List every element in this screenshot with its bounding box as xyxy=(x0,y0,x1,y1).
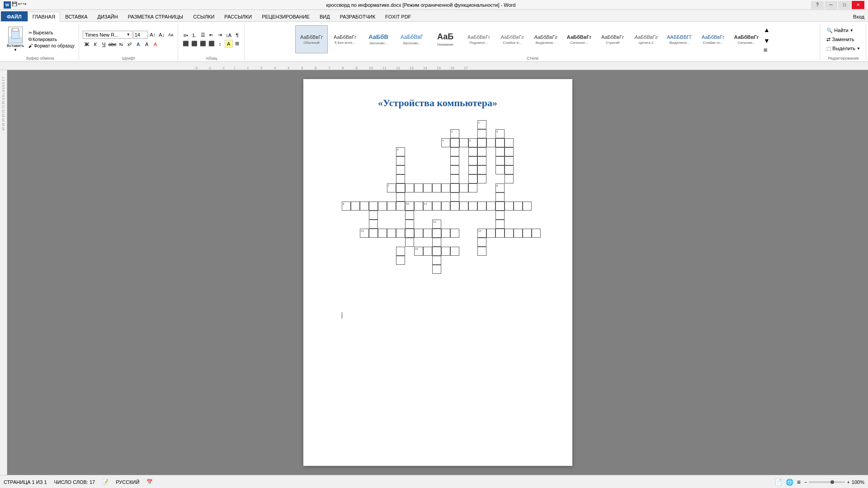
cell-2-8 xyxy=(450,192,459,202)
paste-button[interactable]: Вставить ▼ xyxy=(5,26,26,52)
select-button[interactable]: ⬚ Выделить ▼ xyxy=(824,44,863,53)
close-button[interactable]: ✕ xyxy=(852,1,864,9)
tab-layout[interactable]: РАЗМЕТКА СТРАНИЦЫ xyxy=(123,11,188,21)
tab-foxit[interactable]: FOXIT PDF xyxy=(380,11,416,21)
styles-scroll-down[interactable]: ▼ xyxy=(764,37,770,44)
bold-button[interactable]: Ж xyxy=(83,40,91,48)
cell-8-5 xyxy=(495,220,505,229)
track-changes-icon[interactable]: 📅 xyxy=(146,479,153,485)
superscript-button[interactable]: x² xyxy=(126,40,134,48)
document-page: «Устройства компьютера» .cw-cell { posit… xyxy=(303,79,572,466)
style-subtle-emph[interactable]: АаБбВвГг Слабое в... xyxy=(496,25,528,53)
bullets-button[interactable]: ≡• xyxy=(182,31,190,39)
cell-14-4 xyxy=(505,229,514,238)
zoom-slider[interactable] xyxy=(809,481,845,483)
tab-developer[interactable]: РАЗРАБОТЧИК xyxy=(335,11,380,21)
subscript-button[interactable]: x₂ xyxy=(117,40,125,48)
view-web-icon[interactable]: 🌐 xyxy=(786,479,793,486)
view-print-icon[interactable]: 📄 xyxy=(774,479,782,486)
style-strong-ref[interactable]: АаБбВвГг Сильная... xyxy=(730,25,763,53)
underline-button[interactable]: Ч xyxy=(100,40,108,48)
numbering-button[interactable]: 1. xyxy=(190,31,198,39)
sort-button[interactable]: ↕A xyxy=(225,31,233,39)
style-subtle-ref[interactable]: АаБбВвГг Слабая сс... xyxy=(697,25,729,53)
style-quote2[interactable]: АаБбВвГг Цитата 2 xyxy=(630,25,662,53)
style-emphasis[interactable]: АаБбВвГг Выделени... xyxy=(529,25,562,53)
style-title[interactable]: АаБ Название xyxy=(429,25,462,53)
language[interactable]: РУССКИЙ xyxy=(116,479,139,485)
spell-check-icon[interactable]: 📝 xyxy=(102,479,108,485)
tab-references[interactable]: ССЫЛКИ xyxy=(188,11,219,21)
tab-insert[interactable]: ВСТАВКА xyxy=(60,11,92,21)
styles-label: Стили xyxy=(527,55,538,61)
show-marks[interactable]: ¶ xyxy=(233,31,241,39)
cell-13-6 xyxy=(414,229,423,238)
style-strict[interactable]: АаБбВвГг Строгий xyxy=(596,25,629,53)
document-area[interactable]: «Устройства компьютера» .cw-cell { posit… xyxy=(7,70,868,475)
cell-13-8 xyxy=(441,229,450,238)
style-heading2[interactable]: АаБбВвГ Заголово... xyxy=(396,25,428,53)
quick-undo[interactable]: ↩ xyxy=(18,1,22,9)
cell-vert2 xyxy=(396,256,405,265)
text-effects-button[interactable]: A xyxy=(134,40,142,48)
clear-format[interactable]: Aa xyxy=(167,31,175,39)
tab-review[interactable]: РЕЦЕНЗИРОВАНИЕ xyxy=(257,11,315,21)
minimize-button[interactable]: ─ xyxy=(825,1,837,9)
clipboard-group: Вставить ▼ ✂ Вырезать ⧉ Копировать 🖌 Фор… xyxy=(2,23,79,61)
style-normal[interactable]: АаБбВвГг Обычный xyxy=(295,25,328,53)
cell-13-3 xyxy=(378,229,387,238)
find-button[interactable]: 🔍 Найти ▼ xyxy=(824,26,856,35)
tab-mailings[interactable]: РАССЫЛКИ xyxy=(219,11,257,21)
quick-redo[interactable]: ↪ xyxy=(23,1,26,9)
style-intense-ref[interactable]: АаБбВвГг Выделенн... xyxy=(663,25,696,53)
tab-design[interactable]: ДИЗАЙН xyxy=(92,11,123,21)
cell-2-1: 2 xyxy=(450,129,459,138)
sign-in-button[interactable]: Вход xyxy=(849,12,868,21)
style-strong[interactable]: АаБбВвГг Сильное... xyxy=(563,25,595,53)
cut-button[interactable]: ✂ Вырезать xyxy=(27,30,54,36)
main-layout: 1 2 3 4 5 6 7 8 9 10 11 12 13 14 15 16 «… xyxy=(0,70,868,475)
ribbon-tabs: ФАЙЛ ГЛАВНАЯ ВСТАВКА ДИЗАЙН РАЗМЕТКА СТР… xyxy=(0,10,868,22)
style-subtitle[interactable]: АаБбВвГг Подзагол... xyxy=(462,25,495,53)
copy-button[interactable]: ⧉ Копировать xyxy=(27,36,58,42)
justify[interactable]: ⬛ xyxy=(208,40,216,48)
tab-file[interactable]: ФАЙЛ xyxy=(1,11,28,21)
styles-expand[interactable]: ⊞ xyxy=(764,47,770,52)
zoom-out-button[interactable]: − xyxy=(804,479,807,485)
align-center[interactable]: ⬛ xyxy=(190,40,198,48)
align-right[interactable]: ⬛ xyxy=(199,40,207,48)
multilevel-list[interactable]: ☰ xyxy=(199,31,207,39)
cell-14-v2 xyxy=(477,247,486,256)
zoom-in-button[interactable]: + xyxy=(847,479,849,485)
cell-15-2 xyxy=(423,247,432,256)
borders[interactable]: ⊞ xyxy=(233,40,241,48)
styles-scroll-up[interactable]: ▲ xyxy=(764,26,770,33)
align-left[interactable]: ⬛ xyxy=(182,40,190,48)
highlight-button[interactable]: A xyxy=(143,40,151,48)
decrease-indent[interactable]: ⇤ xyxy=(208,31,216,39)
tab-view[interactable]: ВИД xyxy=(315,11,335,21)
shading[interactable]: A xyxy=(225,40,233,48)
replace-button[interactable]: ⇄ Заменить xyxy=(824,35,857,44)
strikethrough-button[interactable]: abc xyxy=(108,40,117,48)
format-painter-button[interactable]: 🖌 Формат по образцу xyxy=(27,43,76,49)
italic-button[interactable]: К xyxy=(91,40,99,48)
font-size-selector[interactable]: 14 xyxy=(133,31,148,39)
cell-15-3 xyxy=(432,247,441,256)
line-spacing[interactable]: ↕ xyxy=(216,40,224,48)
increase-indent[interactable]: ⇥ xyxy=(216,31,224,39)
zoom-level[interactable]: 100% xyxy=(852,479,864,485)
tab-home[interactable]: ГЛАВНАЯ xyxy=(28,12,60,22)
style-no-spacing[interactable]: АаБбВвГг ¶ Без инте... xyxy=(329,25,361,53)
font-size-decrease[interactable]: A↓ xyxy=(158,31,166,39)
view-outline-icon[interactable]: ≡ xyxy=(797,479,801,486)
cell-14-1: 14 xyxy=(477,229,486,238)
help-button[interactable]: ? xyxy=(811,1,824,9)
font-name-selector[interactable]: Times New R... ▼ xyxy=(83,31,132,39)
font-color-button[interactable]: A xyxy=(151,40,160,48)
maximize-button[interactable]: □ xyxy=(838,1,851,9)
font-size-increase[interactable]: A↑ xyxy=(149,31,157,39)
style-heading1[interactable]: АаБбВ Заголово... xyxy=(362,25,395,53)
quick-save[interactable]: 💾 xyxy=(12,1,17,9)
cell-6-5 xyxy=(396,183,405,192)
